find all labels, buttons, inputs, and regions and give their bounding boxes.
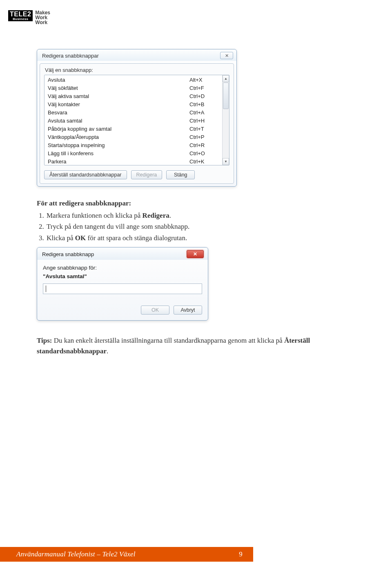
logo-mark-bottom: Business — [13, 18, 28, 21]
logo-mark: TELE2 Business — [8, 10, 33, 21]
list-item[interactable]: Avsluta samtal Ctrl+H — [45, 117, 222, 125]
instructions-heading: För att redigera snabbknappar: — [37, 198, 355, 209]
ok-button[interactable]: OK — [141, 306, 169, 315]
list-item-shortcut: Ctrl+R — [189, 142, 218, 149]
dialog2-title-text: Redigera snabbknapp — [42, 251, 94, 257]
list-item[interactable]: Avsluta Alt+X — [45, 76, 222, 84]
list-item-label: Starta/stoppa inspelning — [48, 142, 105, 149]
dialog-button-row: Återställ standardsnabbknappar Redigera … — [44, 170, 229, 179]
list-item-shortcut: Ctrl+B — [189, 101, 218, 108]
shortcut-listbox[interactable]: Avsluta Alt+X Välj sökfältet Ctrl+F Välj… — [44, 75, 229, 165]
footer-text: Användarmanual Telefonist – Tele2 Växel — [16, 550, 136, 558]
dialog-edit-shortcuts: Redigera snabbknappar ✕ Välj en snabbkna… — [37, 49, 237, 187]
scrollbar[interactable]: ▲ ▼ — [222, 75, 229, 165]
tip-paragraph: Tips: Du kan enkelt återställa inställni… — [37, 335, 355, 356]
list-item-label: Besvara — [48, 109, 67, 116]
brand-logo: TELE2 Business Makes Work Work — [8, 10, 50, 25]
dialog-edit-single-shortcut: Redigera snabbknapp ✕ Ange snabbknapp fö… — [37, 247, 208, 321]
tip-lead: Tips: — [37, 337, 52, 344]
list-item-shortcut: Ctrl+H — [189, 117, 218, 125]
dialog2-label-1: Ange snabbknapp för: — [43, 265, 202, 271]
dialog-title-text: Redigera snabbknappar — [42, 53, 99, 59]
scroll-thumb[interactable] — [223, 83, 229, 109]
dialog2-body: Ange snabbknapp för: "Avsluta samtal" OK… — [37, 260, 208, 320]
list-item[interactable]: Parkera Ctrl+K — [45, 158, 222, 165]
close-button[interactable]: Stäng — [166, 170, 195, 179]
scroll-up-icon[interactable]: ▲ — [223, 75, 229, 82]
list-item-label: Lägg till i konferens — [48, 150, 94, 157]
edit-button[interactable]: Redigera — [131, 170, 163, 179]
list-item[interactable]: Lägg till i konferens Ctrl+O — [45, 150, 222, 158]
list-item[interactable]: Besvara Ctrl+A — [45, 109, 222, 117]
list-item-label: Avsluta samtal — [48, 117, 82, 125]
list-item-shortcut: Ctrl+T — [189, 125, 218, 133]
list-item-label: Välj aktiva samtal — [48, 93, 89, 100]
listbox-label: Välj en snabbknapp: — [45, 67, 229, 73]
list-item-label: Välj kontakter — [48, 101, 80, 108]
list-item-shortcut: Ctrl+D — [189, 93, 218, 100]
list-item-label: Välj sökfältet — [48, 85, 78, 92]
shortcut-input[interactable] — [43, 283, 202, 294]
list-item-shortcut: Ctrl+P — [189, 134, 218, 141]
dialog2-label-2: "Avsluta samtal" — [43, 273, 202, 279]
cancel-button[interactable]: Avbryt — [174, 306, 202, 315]
reset-defaults-button[interactable]: Återställ standardsnabbknappar — [44, 170, 127, 179]
text-caret-icon — [46, 286, 46, 292]
list-item-label: Parkera — [48, 158, 67, 165]
list-item-label: Väntkoppla/Återuppta — [48, 134, 99, 141]
instructions-block: För att redigera snabbknappar: Markera f… — [37, 198, 355, 243]
close-icon[interactable]: ✕ — [220, 52, 233, 59]
list-item-shortcut: Ctrl+A — [189, 109, 218, 116]
dialog2-titlebar: Redigera snabbknapp ✕ — [37, 248, 208, 260]
list-item-shortcut: Ctrl+F — [189, 85, 218, 92]
page-footer: Användarmanual Telefonist – Tele2 Växel … — [0, 547, 253, 562]
close-icon[interactable]: ✕ — [187, 250, 204, 258]
shortcut-list[interactable]: Avsluta Alt+X Välj sökfältet Ctrl+F Välj… — [45, 75, 222, 165]
instruction-step-2: Tryck på den tangent du vill ange som sn… — [46, 221, 355, 232]
instruction-step-3: Klicka på OK för att spara och stänga di… — [46, 233, 355, 243]
list-item[interactable]: Välj aktiva samtal Ctrl+D — [45, 92, 222, 100]
list-item-shortcut: Ctrl+O — [189, 150, 218, 157]
list-item-shortcut: Ctrl+K — [189, 158, 218, 165]
logo-slogan: Makes Work Work — [35, 10, 50, 25]
list-item[interactable]: Påbörja koppling av samtal Ctrl+T — [45, 125, 222, 133]
logo-mark-top: TELE2 — [10, 11, 31, 18]
page-number: 9 — [239, 550, 243, 558]
dialog2-button-row: OK Avbryt — [43, 306, 202, 315]
dialog-body: Välj en snabbknapp: Avsluta Alt+X Välj s… — [40, 63, 234, 184]
list-item[interactable]: Välj kontakter Ctrl+B — [45, 100, 222, 109]
list-item-label: Påbörja koppling av samtal — [48, 125, 111, 133]
list-item-label: Avsluta — [48, 76, 65, 84]
logo-slogan-l3: Work — [35, 20, 50, 25]
list-item[interactable]: Starta/stoppa inspelning Ctrl+R — [45, 141, 222, 150]
scroll-track[interactable] — [223, 109, 229, 158]
dialog-titlebar: Redigera snabbknappar ✕ — [37, 49, 236, 61]
list-item[interactable]: Välj sökfältet Ctrl+F — [45, 84, 222, 92]
scroll-down-icon[interactable]: ▼ — [223, 158, 229, 165]
list-item[interactable]: Väntkoppla/Återuppta Ctrl+P — [45, 133, 222, 141]
instruction-step-1: Markera funktionen och klicka på Rediger… — [46, 210, 355, 221]
list-item-shortcut: Alt+X — [189, 76, 218, 84]
